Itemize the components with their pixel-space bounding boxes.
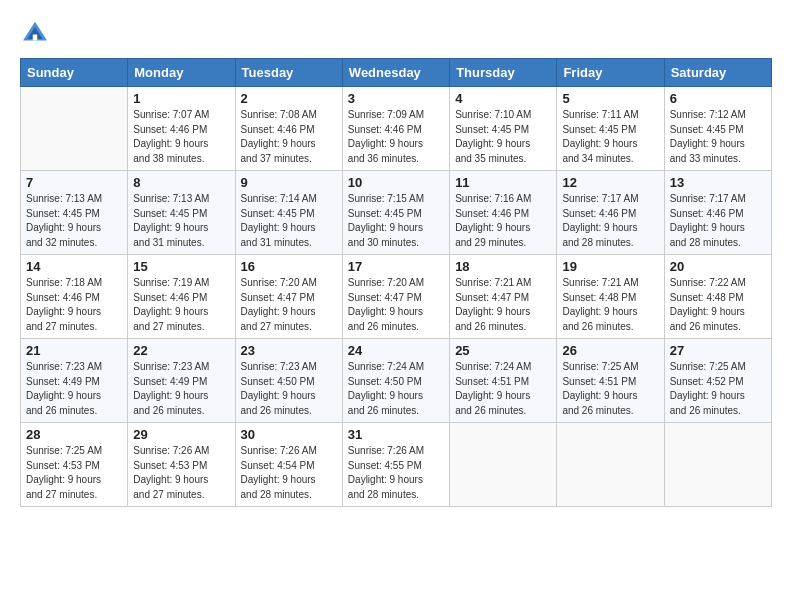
- day-number: 25: [455, 343, 551, 358]
- day-number: 20: [670, 259, 766, 274]
- calendar-cell: 3Sunrise: 7:09 AM Sunset: 4:46 PM Daylig…: [342, 87, 449, 171]
- header-day-wednesday: Wednesday: [342, 59, 449, 87]
- calendar-cell: [557, 423, 664, 507]
- day-info: Sunrise: 7:13 AM Sunset: 4:45 PM Dayligh…: [133, 192, 229, 250]
- day-info: Sunrise: 7:21 AM Sunset: 4:47 PM Dayligh…: [455, 276, 551, 334]
- week-row-2: 14Sunrise: 7:18 AM Sunset: 4:46 PM Dayli…: [21, 255, 772, 339]
- calendar-cell: 18Sunrise: 7:21 AM Sunset: 4:47 PM Dayli…: [450, 255, 557, 339]
- day-number: 2: [241, 91, 337, 106]
- calendar-cell: 7Sunrise: 7:13 AM Sunset: 4:45 PM Daylig…: [21, 171, 128, 255]
- calendar-cell: 4Sunrise: 7:10 AM Sunset: 4:45 PM Daylig…: [450, 87, 557, 171]
- day-number: 10: [348, 175, 444, 190]
- day-number: 11: [455, 175, 551, 190]
- week-row-0: 1Sunrise: 7:07 AM Sunset: 4:46 PM Daylig…: [21, 87, 772, 171]
- calendar-cell: 9Sunrise: 7:14 AM Sunset: 4:45 PM Daylig…: [235, 171, 342, 255]
- day-info: Sunrise: 7:22 AM Sunset: 4:48 PM Dayligh…: [670, 276, 766, 334]
- day-info: Sunrise: 7:10 AM Sunset: 4:45 PM Dayligh…: [455, 108, 551, 166]
- calendar-cell: 24Sunrise: 7:24 AM Sunset: 4:50 PM Dayli…: [342, 339, 449, 423]
- calendar-cell: 12Sunrise: 7:17 AM Sunset: 4:46 PM Dayli…: [557, 171, 664, 255]
- calendar-cell: 10Sunrise: 7:15 AM Sunset: 4:45 PM Dayli…: [342, 171, 449, 255]
- day-number: 23: [241, 343, 337, 358]
- calendar-cell: [21, 87, 128, 171]
- calendar-cell: 11Sunrise: 7:16 AM Sunset: 4:46 PM Dayli…: [450, 171, 557, 255]
- day-number: 28: [26, 427, 122, 442]
- calendar-cell: 29Sunrise: 7:26 AM Sunset: 4:53 PM Dayli…: [128, 423, 235, 507]
- logo-icon: [20, 18, 50, 48]
- day-info: Sunrise: 7:17 AM Sunset: 4:46 PM Dayligh…: [670, 192, 766, 250]
- day-info: Sunrise: 7:15 AM Sunset: 4:45 PM Dayligh…: [348, 192, 444, 250]
- day-info: Sunrise: 7:19 AM Sunset: 4:46 PM Dayligh…: [133, 276, 229, 334]
- header-day-tuesday: Tuesday: [235, 59, 342, 87]
- week-row-4: 28Sunrise: 7:25 AM Sunset: 4:53 PM Dayli…: [21, 423, 772, 507]
- day-info: Sunrise: 7:17 AM Sunset: 4:46 PM Dayligh…: [562, 192, 658, 250]
- day-info: Sunrise: 7:24 AM Sunset: 4:50 PM Dayligh…: [348, 360, 444, 418]
- calendar-cell: 8Sunrise: 7:13 AM Sunset: 4:45 PM Daylig…: [128, 171, 235, 255]
- day-number: 13: [670, 175, 766, 190]
- calendar-body: 1Sunrise: 7:07 AM Sunset: 4:46 PM Daylig…: [21, 87, 772, 507]
- day-info: Sunrise: 7:13 AM Sunset: 4:45 PM Dayligh…: [26, 192, 122, 250]
- svg-rect-2: [33, 35, 38, 41]
- header-day-thursday: Thursday: [450, 59, 557, 87]
- day-number: 27: [670, 343, 766, 358]
- day-number: 4: [455, 91, 551, 106]
- day-info: Sunrise: 7:08 AM Sunset: 4:46 PM Dayligh…: [241, 108, 337, 166]
- day-number: 26: [562, 343, 658, 358]
- calendar-cell: 31Sunrise: 7:26 AM Sunset: 4:55 PM Dayli…: [342, 423, 449, 507]
- calendar-cell: 23Sunrise: 7:23 AM Sunset: 4:50 PM Dayli…: [235, 339, 342, 423]
- header-day-saturday: Saturday: [664, 59, 771, 87]
- day-number: 15: [133, 259, 229, 274]
- logo: [20, 18, 54, 48]
- day-number: 30: [241, 427, 337, 442]
- calendar-header: SundayMondayTuesdayWednesdayThursdayFrid…: [21, 59, 772, 87]
- day-number: 1: [133, 91, 229, 106]
- day-info: Sunrise: 7:11 AM Sunset: 4:45 PM Dayligh…: [562, 108, 658, 166]
- day-info: Sunrise: 7:25 AM Sunset: 4:51 PM Dayligh…: [562, 360, 658, 418]
- day-number: 8: [133, 175, 229, 190]
- calendar-cell: 19Sunrise: 7:21 AM Sunset: 4:48 PM Dayli…: [557, 255, 664, 339]
- calendar-cell: 27Sunrise: 7:25 AM Sunset: 4:52 PM Dayli…: [664, 339, 771, 423]
- day-info: Sunrise: 7:23 AM Sunset: 4:49 PM Dayligh…: [133, 360, 229, 418]
- day-number: 6: [670, 91, 766, 106]
- header-day-sunday: Sunday: [21, 59, 128, 87]
- calendar-cell: 1Sunrise: 7:07 AM Sunset: 4:46 PM Daylig…: [128, 87, 235, 171]
- calendar-cell: [664, 423, 771, 507]
- day-info: Sunrise: 7:26 AM Sunset: 4:55 PM Dayligh…: [348, 444, 444, 502]
- calendar-cell: 30Sunrise: 7:26 AM Sunset: 4:54 PM Dayli…: [235, 423, 342, 507]
- day-info: Sunrise: 7:14 AM Sunset: 4:45 PM Dayligh…: [241, 192, 337, 250]
- week-row-3: 21Sunrise: 7:23 AM Sunset: 4:49 PM Dayli…: [21, 339, 772, 423]
- day-info: Sunrise: 7:07 AM Sunset: 4:46 PM Dayligh…: [133, 108, 229, 166]
- day-number: 24: [348, 343, 444, 358]
- calendar-cell: [450, 423, 557, 507]
- day-number: 22: [133, 343, 229, 358]
- day-info: Sunrise: 7:20 AM Sunset: 4:47 PM Dayligh…: [241, 276, 337, 334]
- week-row-1: 7Sunrise: 7:13 AM Sunset: 4:45 PM Daylig…: [21, 171, 772, 255]
- day-number: 9: [241, 175, 337, 190]
- calendar-cell: 16Sunrise: 7:20 AM Sunset: 4:47 PM Dayli…: [235, 255, 342, 339]
- day-number: 19: [562, 259, 658, 274]
- day-info: Sunrise: 7:24 AM Sunset: 4:51 PM Dayligh…: [455, 360, 551, 418]
- header-row: SundayMondayTuesdayWednesdayThursdayFrid…: [21, 59, 772, 87]
- day-number: 3: [348, 91, 444, 106]
- day-number: 14: [26, 259, 122, 274]
- calendar-cell: 28Sunrise: 7:25 AM Sunset: 4:53 PM Dayli…: [21, 423, 128, 507]
- calendar-cell: 25Sunrise: 7:24 AM Sunset: 4:51 PM Dayli…: [450, 339, 557, 423]
- day-info: Sunrise: 7:18 AM Sunset: 4:46 PM Dayligh…: [26, 276, 122, 334]
- header-day-monday: Monday: [128, 59, 235, 87]
- calendar-cell: 20Sunrise: 7:22 AM Sunset: 4:48 PM Dayli…: [664, 255, 771, 339]
- day-number: 18: [455, 259, 551, 274]
- calendar-cell: 21Sunrise: 7:23 AM Sunset: 4:49 PM Dayli…: [21, 339, 128, 423]
- day-info: Sunrise: 7:25 AM Sunset: 4:52 PM Dayligh…: [670, 360, 766, 418]
- calendar-cell: 26Sunrise: 7:25 AM Sunset: 4:51 PM Dayli…: [557, 339, 664, 423]
- day-info: Sunrise: 7:23 AM Sunset: 4:49 PM Dayligh…: [26, 360, 122, 418]
- day-number: 17: [348, 259, 444, 274]
- day-info: Sunrise: 7:20 AM Sunset: 4:47 PM Dayligh…: [348, 276, 444, 334]
- day-info: Sunrise: 7:09 AM Sunset: 4:46 PM Dayligh…: [348, 108, 444, 166]
- day-info: Sunrise: 7:16 AM Sunset: 4:46 PM Dayligh…: [455, 192, 551, 250]
- day-info: Sunrise: 7:23 AM Sunset: 4:50 PM Dayligh…: [241, 360, 337, 418]
- calendar-cell: 2Sunrise: 7:08 AM Sunset: 4:46 PM Daylig…: [235, 87, 342, 171]
- calendar-table: SundayMondayTuesdayWednesdayThursdayFrid…: [20, 58, 772, 507]
- day-number: 5: [562, 91, 658, 106]
- day-info: Sunrise: 7:26 AM Sunset: 4:54 PM Dayligh…: [241, 444, 337, 502]
- day-number: 29: [133, 427, 229, 442]
- header-day-friday: Friday: [557, 59, 664, 87]
